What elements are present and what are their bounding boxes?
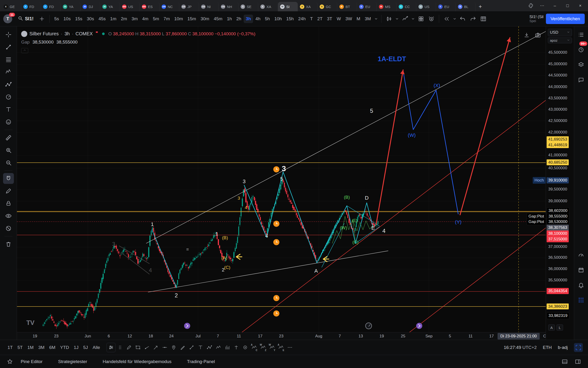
timeframe-4h[interactable]: 4h bbox=[253, 15, 263, 23]
browser-tab[interactable]: BBL bbox=[456, 2, 475, 11]
hide-drawings-tool[interactable] bbox=[3, 211, 14, 221]
browser-tab[interactable]: UUS bbox=[416, 2, 436, 11]
timeframe-15m[interactable]: 15m bbox=[185, 15, 198, 23]
download-icon[interactable] bbox=[522, 31, 531, 40]
currency-select[interactable]: USD bbox=[548, 29, 572, 36]
range-1T[interactable]: 1T bbox=[5, 343, 15, 352]
range-1M[interactable]: 1M bbox=[25, 343, 36, 352]
timeframe-5m[interactable]: 5m bbox=[151, 15, 161, 23]
replay-chevron-icon[interactable] bbox=[452, 14, 457, 24]
wave-wy-tool-icon[interactable]: WY bbox=[267, 343, 276, 352]
timeframe-30s[interactable]: 30s bbox=[85, 15, 96, 23]
browser-menu-button[interactable]: ⋯ bbox=[536, 0, 548, 11]
wave-ae-tool-icon[interactable]: AE bbox=[276, 343, 285, 352]
timeframe-30m[interactable]: 30m bbox=[199, 15, 211, 23]
flag-icon[interactable] bbox=[95, 31, 100, 37]
browser-tab[interactable]: EEU bbox=[357, 2, 377, 11]
timeframes-chevron-icon[interactable] bbox=[374, 14, 379, 24]
browser-tab[interactable]: GGC bbox=[317, 2, 337, 11]
symbol-search[interactable]: SI1! bbox=[15, 14, 36, 23]
redo-button[interactable] bbox=[468, 14, 478, 24]
browser-tab[interactable]: 30DJ bbox=[80, 2, 100, 11]
timeframe-1h[interactable]: 1h bbox=[225, 15, 234, 23]
bars-pattern-tool-icon[interactable] bbox=[223, 343, 232, 352]
window-close-button[interactable]: × bbox=[574, 0, 587, 11]
unit-select[interactable]: apoz bbox=[548, 37, 572, 43]
dashdot-tool-icon[interactable] bbox=[285, 343, 294, 352]
timeframe-45s[interactable]: 45s bbox=[97, 15, 108, 23]
log-scale-toggle[interactable]: L bbox=[556, 324, 563, 331]
timeframe-2T[interactable]: 2T bbox=[315, 15, 325, 23]
session-toggle[interactable]: ETH bbox=[543, 345, 552, 350]
timeframe-45m[interactable]: 45m bbox=[212, 15, 225, 23]
footer-tab[interactable]: Pine Editor bbox=[21, 359, 43, 364]
layout-grid-button[interactable] bbox=[416, 14, 426, 24]
lock-drawings-tool[interactable] bbox=[3, 198, 14, 209]
gauge-icon[interactable] bbox=[577, 250, 586, 259]
browser-tab[interactable]: 30YA bbox=[100, 2, 120, 11]
target-tool-icon[interactable] bbox=[241, 343, 250, 352]
calendar-icon[interactable] bbox=[577, 265, 586, 274]
crosshair-tool[interactable] bbox=[3, 29, 14, 40]
rectangle-tool-icon[interactable] bbox=[133, 343, 142, 352]
fib-retracement-tool[interactable] bbox=[3, 54, 14, 65]
timeframe-T[interactable]: T bbox=[308, 15, 315, 23]
timeframe-10m[interactable]: 10m bbox=[172, 15, 185, 23]
emoji-tool[interactable] bbox=[3, 117, 14, 127]
browser-tab[interactable]: 500US bbox=[120, 2, 140, 11]
browser-tab[interactable]: XXA bbox=[298, 2, 317, 11]
adjustment-toggle[interactable]: b-adj bbox=[558, 345, 568, 350]
wave-wz-tool-icon[interactable]: WZ bbox=[258, 343, 267, 352]
zoom-in-tool[interactable] bbox=[3, 145, 14, 156]
browser-tab[interactable]: FFD bbox=[21, 2, 41, 11]
gap-study-legend[interactable]: Gap 38,530000 38,555000 bbox=[21, 40, 78, 45]
footer-tab[interactable]: Handelsfeld für Wiedergabemodus bbox=[103, 359, 172, 364]
create-alert-button[interactable] bbox=[426, 14, 436, 24]
range-1J[interactable]: 1J bbox=[71, 343, 81, 352]
timeframe-5s[interactable]: 5s bbox=[52, 15, 61, 23]
chart-pane[interactable]: 34123341(B)(A)(C)2=534A(B)D(W)(E)(C)E451… bbox=[17, 26, 546, 340]
indicators-chevron-icon[interactable] bbox=[410, 14, 416, 24]
timeframe-W[interactable]: W bbox=[334, 15, 343, 23]
extensions-icon[interactable] bbox=[526, 0, 536, 11]
timeframe-M[interactable]: M bbox=[354, 15, 362, 23]
browser-tab[interactable]: XGE bbox=[1, 2, 21, 11]
watchlist-icon[interactable] bbox=[577, 30, 586, 39]
pen-tool-icon[interactable] bbox=[178, 343, 187, 352]
ray-tool-icon[interactable] bbox=[142, 343, 151, 352]
arrow-tool-icon[interactable] bbox=[151, 343, 160, 352]
browser-tab[interactable]: BBT bbox=[337, 2, 357, 11]
browser-tab[interactable]: 500ES bbox=[140, 2, 159, 11]
range-YTD[interactable]: YTD bbox=[58, 343, 71, 352]
range-Alle[interactable]: Alle bbox=[90, 343, 103, 352]
range-3M[interactable]: 3M bbox=[36, 343, 47, 352]
notifications-icon[interactable] bbox=[577, 280, 586, 289]
remove-drawings-tool[interactable] bbox=[3, 223, 14, 234]
apps-grid-icon[interactable] bbox=[577, 295, 586, 304]
add-symbol-button[interactable] bbox=[37, 14, 47, 24]
time-axis[interactable]: 1923Jun6121824Jul7111723Aug7131925Sep511… bbox=[17, 332, 546, 340]
timeframe-10h[interactable]: 10h bbox=[272, 15, 284, 23]
chart-legend[interactable]: Silber Futures · 3h · COMEX O38,245000 H… bbox=[21, 31, 255, 37]
toggle-bottom-panel-icon[interactable] bbox=[560, 357, 570, 367]
hline-tool-icon[interactable] bbox=[160, 343, 169, 352]
chart-type-button[interactable] bbox=[384, 14, 394, 24]
chart-type-chevron-icon[interactable] bbox=[395, 14, 400, 24]
new-tab-button[interactable]: + bbox=[475, 2, 485, 11]
price-axis[interactable]: USD apoz A L 45,50000045,00000044,500000… bbox=[546, 26, 574, 340]
timeframe-5h[interactable]: 5h bbox=[263, 15, 272, 23]
draw-tool[interactable] bbox=[3, 185, 14, 196]
grip-icon[interactable] bbox=[115, 343, 124, 352]
window-maximize-button[interactable]: □ bbox=[561, 0, 574, 11]
toolbar-settings-icon[interactable] bbox=[106, 343, 115, 352]
pin-tool-icon[interactable] bbox=[169, 343, 178, 352]
timeframe-15s[interactable]: 15s bbox=[73, 15, 84, 23]
timeframe-3W[interactable]: 3W bbox=[343, 15, 354, 23]
timeframe-1m[interactable]: 1m bbox=[108, 15, 118, 23]
chat-icon[interactable] bbox=[577, 75, 586, 84]
indicators-button[interactable] bbox=[400, 14, 410, 24]
timeframe-4m[interactable]: 4m bbox=[140, 15, 150, 23]
undo-button[interactable] bbox=[458, 14, 468, 24]
browser-tab[interactable]: FFD bbox=[41, 2, 61, 11]
brush-tool-icon[interactable] bbox=[124, 343, 133, 352]
